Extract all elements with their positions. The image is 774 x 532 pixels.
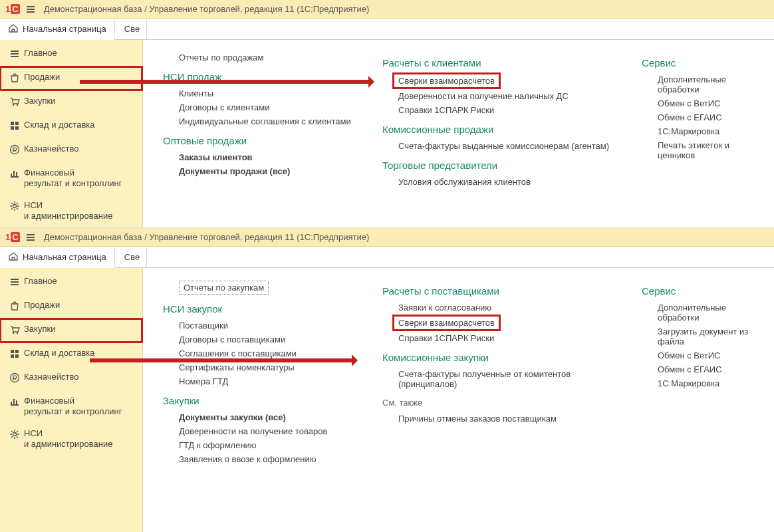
- menu-link[interactable]: ГТД к оформлению: [179, 440, 257, 450]
- section-header: Оптовые продажи: [163, 135, 247, 146]
- sidebar-item-label: Закупки: [24, 324, 55, 334]
- logo-1c-icon: 1С: [5, 4, 20, 14]
- sidebar-item-label: Казначейство: [24, 372, 78, 382]
- annotation-arrow: [80, 80, 372, 84]
- gear-icon: [9, 200, 24, 213]
- tab-truncated-label: Све: [124, 252, 140, 262]
- menu-link[interactable]: Документы закупки (все): [179, 412, 286, 422]
- sidebar-item[interactable]: Закупки: [0, 319, 142, 342]
- menu-link[interactable]: Справки 1СПАРК Риски: [398, 105, 494, 115]
- section-header: Комиссионные закупки: [382, 352, 489, 363]
- sidebar-item[interactable]: Склад и доставка: [0, 342, 142, 366]
- menu-link[interactable]: Причины отмены заказов поставщикам: [398, 414, 557, 424]
- tab-home[interactable]: Начальная страница: [0, 247, 115, 268]
- menu-icon: [9, 276, 24, 289]
- tab-bar: Начальная страница Све: [0, 19, 774, 40]
- sidebar-item[interactable]: Продажи: [0, 66, 142, 90]
- menu-link[interactable]: Договоры с клиентами: [179, 102, 269, 112]
- menu-link[interactable]: Сверки взаиморасчетов: [394, 74, 499, 87]
- menu-link[interactable]: Договоры с поставщиками: [179, 334, 285, 344]
- tab-home-label: Начальная страница: [23, 252, 106, 262]
- annotation-arrow: [90, 358, 356, 362]
- cart-icon: [9, 96, 24, 109]
- tab-truncated[interactable]: Све: [115, 247, 147, 267]
- menu-link[interactable]: Индивидуальные соглашения с клиентами: [179, 116, 351, 126]
- grid-icon: [9, 120, 24, 133]
- sidebar-item[interactable]: НСИи администрирование: [0, 195, 142, 227]
- app-title: Демонстрационная база / Управление торго…: [44, 232, 370, 242]
- menu-link[interactable]: Обмен с ЕГАИС: [658, 112, 722, 122]
- sidebar-item-label: Склад и доставка: [24, 348, 95, 358]
- sidebar-item-label: Продажи: [24, 72, 60, 82]
- sidebar-item[interactable]: Казначейство: [0, 138, 142, 162]
- content-area: Отчеты по продажамНСИ продажКлиентыДогов…: [143, 40, 774, 227]
- section-header: Сервис: [642, 57, 676, 68]
- section-header: Сервис: [642, 285, 676, 297]
- sidebar-item[interactable]: Продажи: [0, 295, 142, 319]
- menu-link[interactable]: Заявления о ввозе к оформлению: [179, 454, 317, 464]
- bars-icon: [9, 396, 24, 409]
- section-header: Торговые представители: [382, 160, 497, 171]
- sidebar-item[interactable]: Закупки: [0, 90, 142, 114]
- home-icon: [8, 23, 19, 35]
- menu-link[interactable]: Счета-фактуры выданные комиссионерам (аг…: [398, 141, 609, 151]
- bag-icon: [9, 72, 24, 85]
- sidebar-item-label: Продажи: [24, 300, 60, 311]
- sidebar-item-label: Казначейство: [24, 144, 78, 154]
- main-menu-icon[interactable]: [24, 4, 37, 15]
- menu-link[interactable]: Справки 1СПАРК Риски: [398, 333, 494, 343]
- menu-link[interactable]: 1С:Маркировка: [658, 126, 719, 136]
- sidebar-item[interactable]: Финансовыйрезультат и контроллинг: [0, 390, 142, 423]
- menu-link[interactable]: Сертификаты номенклатуры: [179, 362, 295, 372]
- menu-link[interactable]: Заявки к согласованию: [398, 303, 491, 313]
- menu-link[interactable]: Документы продажи (все): [179, 166, 290, 176]
- sidebar-item[interactable]: Главное: [0, 271, 142, 295]
- section-header: Расчеты с клиентами: [382, 57, 481, 68]
- tab-home[interactable]: Начальная страница: [0, 19, 115, 40]
- home-icon: [8, 251, 19, 263]
- menu-link[interactable]: Загрузить документ из файла: [658, 327, 754, 346]
- menu-link[interactable]: Обмен с ВетИС: [658, 98, 721, 108]
- bars-icon: [9, 168, 24, 181]
- menu-link[interactable]: 1С:Маркировка: [658, 378, 719, 388]
- menu-link[interactable]: Счета-фактуры полученные от комитентов (…: [398, 369, 622, 389]
- menu-link[interactable]: Доверенности на получение товаров: [179, 426, 327, 436]
- sidebar-item[interactable]: Финансовыйрезультат и контроллинг: [0, 162, 142, 195]
- sidebar-item-label: Закупки: [24, 96, 55, 106]
- sidebar-item[interactable]: Главное: [0, 43, 142, 66]
- grid-icon: [9, 348, 24, 361]
- gear-icon: [9, 428, 24, 442]
- sidebar: ГлавноеПродажиЗакупкиСклад и доставкаКаз…: [0, 40, 143, 227]
- menu-link[interactable]: Доверенности на получение наличных ДС: [398, 91, 569, 101]
- section-header: НСИ закупок: [163, 303, 222, 315]
- sidebar-item-label: НСИи администрирование: [24, 200, 112, 222]
- menu-link[interactable]: Дополнительные обработки: [658, 303, 754, 323]
- main-menu-icon[interactable]: [24, 232, 37, 243]
- menu-link[interactable]: Обмен с ЕГАИС: [658, 364, 722, 374]
- reports-link[interactable]: Отчеты по закупкам: [179, 281, 269, 295]
- menu-link[interactable]: Заказы клиентов: [179, 152, 253, 162]
- app-title: Демонстрационная база / Управление торго…: [44, 4, 370, 14]
- sidebar-item-label: Главное: [24, 48, 57, 59]
- reports-link[interactable]: Отчеты по продажам: [179, 53, 263, 63]
- menu-icon: [9, 48, 24, 61]
- menu-link[interactable]: Условия обслуживания клиентов: [398, 177, 531, 187]
- sidebar-item-label: Финансовыйрезультат и контроллинг: [24, 396, 122, 418]
- menu-link[interactable]: Клиенты: [179, 88, 213, 98]
- menu-link[interactable]: Печать этикеток и ценников: [658, 140, 754, 160]
- sidebar-item[interactable]: НСИи администрирование: [0, 423, 142, 456]
- logo-1c-icon: 1С: [5, 232, 20, 242]
- sidebar-item[interactable]: Склад и доставка: [0, 114, 142, 138]
- menu-link[interactable]: Дополнительные обработки: [658, 74, 754, 94]
- tab-truncated[interactable]: Све: [115, 19, 147, 39]
- menu-link[interactable]: Сверки взаиморасчетов: [394, 317, 499, 329]
- tab-bar: Начальная страница Све: [0, 247, 774, 268]
- title-bar: 1С Демонстрационная база / Управление то…: [0, 228, 774, 247]
- menu-link[interactable]: Соглашения с поставщиками: [179, 348, 297, 358]
- menu-link[interactable]: Номера ГТД: [179, 376, 228, 386]
- menu-link[interactable]: Обмен с ВетИС: [658, 350, 721, 360]
- tab-home-label: Начальная страница: [23, 24, 106, 34]
- sidebar-item[interactable]: Казначейство: [0, 366, 142, 390]
- menu-link[interactable]: Поставщики: [179, 321, 228, 331]
- sidebar-item-label: Главное: [24, 276, 57, 287]
